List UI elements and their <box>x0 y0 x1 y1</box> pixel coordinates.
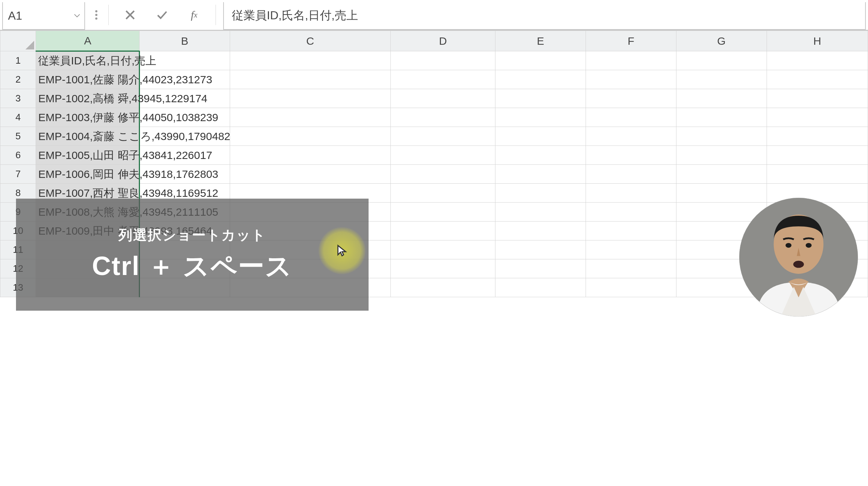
cell[interactable]: EMP-1002,高橋 舜,43945,1229174 <box>36 89 140 108</box>
cell[interactable] <box>140 165 230 184</box>
cell[interactable]: EMP-1006,岡田 伸夫,43918,1762803 <box>36 165 140 184</box>
cell[interactable] <box>586 108 676 127</box>
cell[interactable] <box>495 259 586 278</box>
column-header-D[interactable]: D <box>390 31 495 51</box>
cell[interactable] <box>676 127 767 146</box>
cell[interactable] <box>586 146 676 165</box>
cell[interactable]: EMP-1001,佐藤 陽介,44023,231273 <box>36 70 140 89</box>
row-header[interactable]: 1 <box>0 51 36 70</box>
cell[interactable] <box>390 278 495 297</box>
cell[interactable] <box>586 259 676 278</box>
cell[interactable] <box>390 146 495 165</box>
cell[interactable] <box>586 51 676 70</box>
cell[interactable] <box>495 278 586 297</box>
cell[interactable] <box>586 222 676 240</box>
cell[interactable] <box>495 70 586 89</box>
cell[interactable] <box>390 240 495 259</box>
cell[interactable] <box>230 127 390 146</box>
cell[interactable] <box>390 165 495 184</box>
cell[interactable] <box>495 240 586 259</box>
cell[interactable] <box>230 108 390 127</box>
cell[interactable] <box>586 89 676 108</box>
cell[interactable] <box>390 89 495 108</box>
row-header[interactable]: 6 <box>0 146 36 165</box>
cell[interactable] <box>586 70 676 89</box>
column-header-C[interactable]: C <box>230 31 390 51</box>
cell[interactable] <box>230 89 390 108</box>
enter-formula-button[interactable] <box>152 4 173 25</box>
column-header-A[interactable]: A <box>36 31 140 51</box>
cell[interactable] <box>676 89 767 108</box>
spreadsheet-grid[interactable]: A B C D E F G H 1従業員ID,氏名,日付,売上2EMP-1001… <box>0 31 868 486</box>
cell[interactable] <box>230 165 390 184</box>
column-header-G[interactable]: G <box>676 31 767 51</box>
column-header-E[interactable]: E <box>495 31 586 51</box>
cell[interactable] <box>495 146 586 165</box>
cell[interactable] <box>495 108 586 127</box>
name-box-value[interactable]: A1 <box>3 9 70 23</box>
row-header[interactable]: 7 <box>0 165 36 184</box>
cell[interactable] <box>140 89 230 108</box>
cell[interactable] <box>390 203 495 222</box>
cell[interactable] <box>676 146 767 165</box>
name-box-dropdown-icon[interactable] <box>70 13 84 18</box>
row-header[interactable]: 5 <box>0 127 36 146</box>
cell[interactable] <box>390 108 495 127</box>
cell[interactable] <box>767 184 868 203</box>
cell[interactable] <box>140 146 230 165</box>
cell[interactable] <box>767 51 868 70</box>
cell[interactable] <box>495 127 586 146</box>
cell[interactable] <box>390 222 495 240</box>
cell[interactable] <box>230 70 390 89</box>
cell[interactable] <box>767 165 868 184</box>
cell[interactable] <box>495 184 586 203</box>
cell[interactable] <box>586 203 676 222</box>
row-header[interactable]: 3 <box>0 89 36 108</box>
cell[interactable] <box>390 51 495 70</box>
column-header-F[interactable]: F <box>586 31 676 51</box>
formula-input[interactable]: 従業員ID,氏名,日付,売上 <box>223 2 866 30</box>
cell[interactable] <box>676 51 767 70</box>
cell[interactable] <box>390 127 495 146</box>
cell[interactable] <box>390 70 495 89</box>
cell[interactable]: EMP-1005,山田 昭子,43841,226017 <box>36 146 140 165</box>
name-box[interactable]: A1 <box>2 2 85 30</box>
cell[interactable] <box>140 51 230 70</box>
cell[interactable] <box>767 70 868 89</box>
cell[interactable]: EMP-1004,斎藤 こころ,43990,1790482 <box>36 127 140 146</box>
cell[interactable] <box>390 259 495 278</box>
row-header[interactable]: 4 <box>0 108 36 127</box>
cell[interactable] <box>495 165 586 184</box>
cell[interactable] <box>495 89 586 108</box>
cell[interactable] <box>230 146 390 165</box>
cell[interactable] <box>230 51 390 70</box>
cell[interactable] <box>390 184 495 203</box>
cell[interactable] <box>586 165 676 184</box>
column-header-H[interactable]: H <box>767 31 868 51</box>
cell[interactable] <box>586 240 676 259</box>
cell[interactable]: EMP-1003,伊藤 修平,44050,1038239 <box>36 108 140 127</box>
cell[interactable] <box>495 51 586 70</box>
cell[interactable] <box>676 70 767 89</box>
cell[interactable] <box>140 127 230 146</box>
cell[interactable] <box>140 70 230 89</box>
cell[interactable] <box>767 89 868 108</box>
cell[interactable] <box>767 108 868 127</box>
cell[interactable] <box>676 165 767 184</box>
cell[interactable] <box>676 108 767 127</box>
cell[interactable] <box>586 278 676 297</box>
cell[interactable] <box>767 127 868 146</box>
insert-function-button[interactable]: fx <box>184 4 205 25</box>
cell[interactable] <box>495 222 586 240</box>
select-all-corner[interactable] <box>0 31 36 51</box>
cell[interactable] <box>495 203 586 222</box>
row-header[interactable]: 2 <box>0 70 36 89</box>
cell[interactable] <box>140 108 230 127</box>
cell[interactable]: 従業員ID,氏名,日付,売上 <box>36 51 140 70</box>
cell[interactable] <box>586 127 676 146</box>
formula-bar-drag-handle-icon[interactable] <box>95 10 97 20</box>
cell[interactable] <box>676 184 767 203</box>
column-header-B[interactable]: B <box>140 31 230 51</box>
cell[interactable] <box>767 146 868 165</box>
cancel-formula-button[interactable] <box>120 4 141 25</box>
